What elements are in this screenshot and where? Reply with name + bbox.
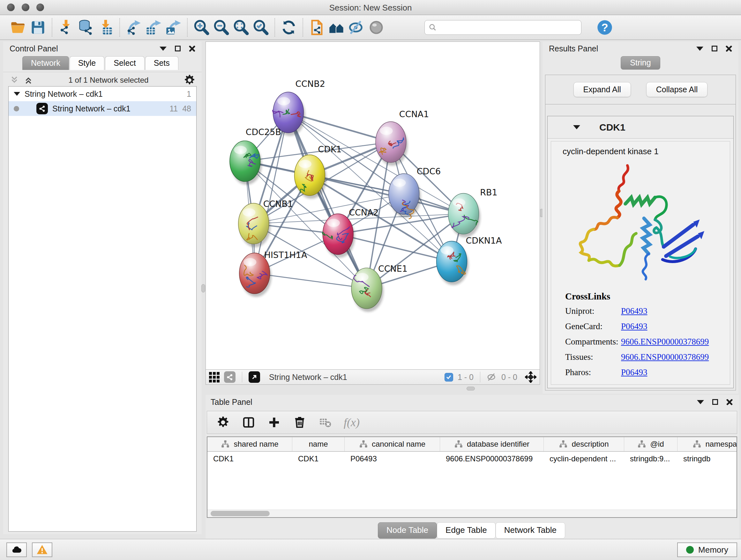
houses-icon[interactable] bbox=[327, 17, 347, 37]
table-horizontal-scrollbar[interactable] bbox=[207, 509, 737, 517]
network-edge[interactable] bbox=[288, 112, 367, 288]
network-graph[interactable]: CCNB2CCNA1CDC25BCDK1CDC6RB1CCNB1CCNA2CDK… bbox=[206, 42, 540, 369]
selected-checkbox-icon[interactable] bbox=[445, 373, 453, 381]
network-node-ccne1[interactable]: CCNE1 bbox=[351, 264, 408, 312]
create-column-icon[interactable] bbox=[267, 415, 281, 429]
table-options-gear-icon[interactable] bbox=[216, 415, 230, 429]
scrollbar-thumb[interactable] bbox=[211, 511, 270, 516]
panel-menu-icon[interactable] bbox=[696, 47, 703, 51]
column-label: name bbox=[309, 440, 328, 449]
float-panel-icon[interactable] bbox=[175, 46, 181, 51]
tab-string[interactable]: String bbox=[621, 56, 660, 70]
search-field[interactable] bbox=[424, 20, 582, 35]
network-canvas[interactable]: CCNB2CCNA1CDC25BCDK1CDC6RB1CCNB1CCNA2CDK… bbox=[205, 42, 540, 369]
network-row[interactable]: String Network – cdk1 11 48 bbox=[9, 101, 196, 116]
network-node-cdc6[interactable]: CDC6 bbox=[389, 166, 441, 219]
zoom-selected-icon[interactable] bbox=[251, 17, 271, 37]
crosslink-link[interactable]: P06493 bbox=[621, 306, 648, 316]
collection-label: String Network – cdk1 bbox=[24, 89, 103, 99]
table-cell[interactable]: CDK1 bbox=[292, 452, 345, 466]
crosslink-link[interactable]: P06493 bbox=[621, 321, 648, 331]
zoom-in-icon[interactable] bbox=[192, 17, 211, 37]
export-network-icon[interactable] bbox=[124, 17, 144, 37]
column-header-description[interactable]: description bbox=[544, 437, 624, 451]
close-panel-icon[interactable] bbox=[726, 399, 733, 405]
zoom-out-icon[interactable] bbox=[211, 17, 231, 37]
column-header-canonical-name[interactable]: canonical name bbox=[345, 437, 440, 451]
delete-column-icon[interactable] bbox=[293, 415, 307, 429]
string-network-icon bbox=[37, 103, 48, 114]
column-header-namespace[interactable]: namespace bbox=[677, 437, 737, 451]
save-session-icon[interactable] bbox=[28, 17, 48, 37]
close-panel-icon[interactable] bbox=[189, 45, 195, 52]
entry-header[interactable]: CDK1 bbox=[548, 116, 733, 138]
crosslink-link[interactable]: 9606.ENSP00000378699 bbox=[621, 337, 709, 347]
column-header-database-identifier[interactable]: database identifier bbox=[440, 437, 544, 451]
clear-table-icon bbox=[318, 415, 332, 429]
network-tree: String Network – cdk1 1 String Network –… bbox=[8, 86, 197, 532]
float-panel-icon[interactable] bbox=[712, 46, 718, 51]
import-network-file-icon[interactable] bbox=[56, 17, 76, 37]
tab-network[interactable]: Network bbox=[22, 56, 69, 70]
tab-sets[interactable]: Sets bbox=[145, 56, 179, 70]
export-image-icon[interactable] bbox=[163, 17, 183, 37]
string-view-icon[interactable] bbox=[224, 371, 235, 383]
horizontal-splitter-handle[interactable] bbox=[467, 387, 475, 390]
collection-expander-icon[interactable] bbox=[14, 92, 20, 96]
tab-node-table[interactable]: Node Table bbox=[378, 522, 437, 539]
column-label: @id bbox=[650, 440, 664, 449]
document-network-icon[interactable] bbox=[307, 17, 327, 37]
table-cell[interactable]: CDK1 bbox=[207, 452, 292, 466]
export-table-icon[interactable] bbox=[144, 17, 163, 37]
close-panel-icon[interactable] bbox=[726, 45, 732, 52]
memory-button[interactable]: Memory bbox=[677, 543, 737, 557]
network-node-ccnb1[interactable]: CCNB1 bbox=[239, 199, 293, 247]
birds-eye-view-icon[interactable] bbox=[249, 371, 260, 383]
import-network-database-icon[interactable] bbox=[76, 17, 96, 37]
network-node-hist1h1a[interactable]: HIST1H1A bbox=[239, 250, 307, 297]
crosslink-link[interactable]: 9606.ENSP00000378699 bbox=[621, 352, 709, 362]
float-panel-icon[interactable] bbox=[712, 399, 718, 405]
import-table-icon[interactable] bbox=[96, 17, 116, 37]
tab-select[interactable]: Select bbox=[105, 56, 144, 70]
network-node-cdkn1a[interactable]: CDKN1A bbox=[436, 236, 502, 285]
column-header--id[interactable]: @id bbox=[624, 437, 677, 451]
cloud-button[interactable] bbox=[6, 543, 27, 557]
expand-all-button[interactable]: Expand All bbox=[574, 82, 631, 97]
network-node-rb1[interactable]: RB1 bbox=[448, 187, 497, 238]
column-header-shared-name[interactable]: shared name bbox=[207, 437, 292, 451]
left-splitter-handle[interactable] bbox=[201, 284, 205, 293]
pan-crosshair-icon[interactable] bbox=[525, 371, 536, 383]
table-cell[interactable]: 9606.ENSP00000378699 bbox=[440, 452, 544, 466]
open-session-icon[interactable] bbox=[8, 17, 28, 37]
column-header-name[interactable]: name bbox=[292, 437, 345, 451]
tab-network-table[interactable]: Network Table bbox=[495, 522, 565, 539]
expand-all-icon[interactable] bbox=[23, 75, 33, 85]
warning-button[interactable] bbox=[32, 543, 52, 557]
panel-menu-icon[interactable] bbox=[159, 47, 166, 51]
tab-style[interactable]: Style bbox=[70, 56, 105, 70]
table-cell[interactable]: cyclin-dependent ... bbox=[544, 452, 624, 466]
hide-graphics-eye-icon[interactable] bbox=[347, 17, 366, 37]
table-cell[interactable]: stringdb bbox=[677, 452, 737, 466]
entry-expander-icon[interactable] bbox=[573, 125, 580, 129]
network-options-gear-icon[interactable] bbox=[184, 74, 195, 86]
help-icon[interactable]: ? bbox=[595, 17, 615, 37]
tab-edge-table[interactable]: Edge Table bbox=[437, 522, 495, 539]
zoom-fit-icon[interactable] bbox=[231, 17, 251, 37]
crosslink-link[interactable]: P06493 bbox=[621, 368, 648, 377]
panel-menu-icon[interactable] bbox=[697, 400, 704, 404]
network-node-cdc25b[interactable]: CDC25B bbox=[230, 127, 281, 185]
grid-view-icon[interactable] bbox=[209, 372, 219, 382]
show-columns-icon[interactable] bbox=[242, 415, 256, 429]
node-table[interactable]: shared namenamecanonical namedatabase id… bbox=[207, 436, 737, 518]
collapse-all-button[interactable]: Collapse All bbox=[646, 82, 708, 97]
table-cell[interactable]: P06493 bbox=[345, 452, 440, 466]
table-row[interactable]: CDK1CDK1P064939606.ENSP00000378699cyclin… bbox=[207, 452, 737, 466]
table-cell[interactable]: stringdb:9... bbox=[624, 452, 677, 466]
network-node-ccna1[interactable]: CCNA1 bbox=[376, 109, 429, 166]
refresh-icon[interactable] bbox=[279, 17, 299, 37]
collapse-all-icon[interactable] bbox=[10, 75, 19, 85]
search-input[interactable] bbox=[440, 23, 577, 32]
network-collection-row[interactable]: String Network – cdk1 1 bbox=[9, 86, 196, 101]
